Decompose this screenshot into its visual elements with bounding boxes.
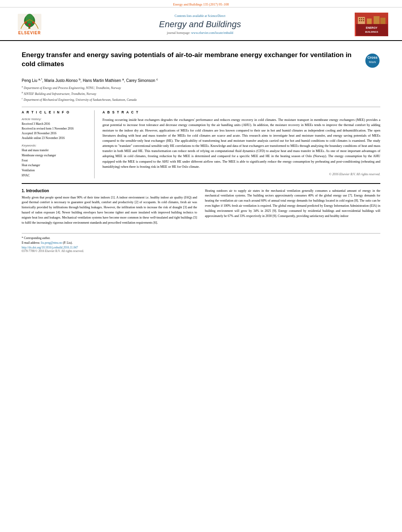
abstract-text: Frosting occurring inside heat exchanger… xyxy=(102,117,380,169)
svg-rect-11 xyxy=(361,18,362,19)
abstract-heading: A B S T R A C T xyxy=(102,110,380,114)
svg-text:ENERGY: ENERGY xyxy=(366,26,378,29)
email-line: E-mail address: liu.peng@ntnu.no (P. Liu… xyxy=(22,241,380,245)
svg-text:Mark: Mark xyxy=(369,60,376,64)
journal-title: Energy and Buildings xyxy=(47,19,353,30)
authors-line: Peng Liu a,*, Maria Justo Alonso b, Hans… xyxy=(22,78,380,83)
homepage-link[interactable]: www.elsevier.com/locate/enbuild xyxy=(191,31,233,35)
affiliation-a: a Department of Energy and Process Engin… xyxy=(22,85,380,91)
keyword-3: Frost xyxy=(22,158,88,163)
section-number: 1. xyxy=(22,189,25,193)
email-suffix: (P. Liu). xyxy=(62,241,73,245)
elsevier-logo: ELSEVIER xyxy=(12,14,47,35)
svg-rect-12 xyxy=(363,18,364,19)
svg-rect-13 xyxy=(359,20,360,21)
journal-top-bar: Energy and Buildings 135 (2017) 95–108 xyxy=(0,0,402,7)
body-section: 1. Introduction Mostly given that people… xyxy=(22,189,380,226)
history-label: Article history: xyxy=(22,117,88,121)
affiliation-b: b SINTEF Building and Infrastructure, Tr… xyxy=(22,91,380,96)
section-1-heading: 1. Introduction xyxy=(22,189,197,193)
article-title-section: Energy transfer and energy saving potent… xyxy=(22,51,380,74)
body-left-text: Mostly given that people spend more than… xyxy=(22,195,197,226)
article-info-heading: A R T I C L E I N F O xyxy=(22,110,88,114)
journal-homepage: journal homepage: www.elsevier.com/locat… xyxy=(47,31,353,35)
sciencedirect-link[interactable]: ScienceDirect xyxy=(208,14,225,18)
keyword-2: Membrane energy exchanger xyxy=(22,153,88,158)
received: Received 3 March 2016 xyxy=(22,122,88,126)
online: Available online 23 November 2016 xyxy=(22,136,88,141)
keyword-6: HVAC xyxy=(22,173,88,178)
svg-rect-15 xyxy=(363,20,364,21)
svg-rect-18 xyxy=(380,18,385,24)
journal-header: ELSEVIER Contents lists available at Sci… xyxy=(0,7,402,41)
journal-logo-right: ENERGY BUILDINGS xyxy=(353,11,390,37)
corresponding-symbol: * Corresponding author. xyxy=(22,236,50,240)
article-title: Energy transfer and energy saving potent… xyxy=(22,51,359,69)
eb-logo-svg: ENERGY BUILDINGS xyxy=(356,13,387,36)
svg-text:BUILDINGS: BUILDINGS xyxy=(365,31,378,33)
abstract-col: A B S T R A C T Frosting occurring insid… xyxy=(102,110,380,178)
section-title: Introduction xyxy=(26,189,49,193)
main-content: Energy transfer and energy saving potent… xyxy=(0,41,402,261)
accepted: Accepted 18 November 2016 xyxy=(22,131,88,136)
svg-rect-17 xyxy=(374,16,380,24)
svg-point-6 xyxy=(28,24,31,26)
keyword-4: Heat exchanger xyxy=(22,163,88,168)
revised: Received in revised form 1 November 2016 xyxy=(22,126,88,131)
elsevier-brand-text: ELSEVIER xyxy=(18,31,41,35)
received-date: Received 3 March 2016 Received in revise… xyxy=(22,122,88,141)
body-right-text: Heating outdoors air to supply air state… xyxy=(205,189,380,219)
keywords-label: Keywords: xyxy=(22,144,88,147)
svg-point-3 xyxy=(26,14,34,23)
article-info-abstract-section: A R T I C L E I N F O Article history: R… xyxy=(22,110,380,178)
keyword-1: Heat and mass transfer xyxy=(22,148,88,153)
eb-logo: ENERGY BUILDINGS xyxy=(355,13,388,36)
svg-rect-14 xyxy=(361,20,362,21)
article-history-group: Article history: Received 3 March 2016 R… xyxy=(22,117,88,141)
email-label: E-mail address: xyxy=(22,241,41,245)
svg-text:Cross: Cross xyxy=(367,56,378,59)
elsevier-tree-icon xyxy=(18,14,41,30)
page-container: Energy and Buildings 135 (2017) 95–108 E… xyxy=(0,0,402,532)
article-title-text: Energy transfer and energy saving potent… xyxy=(22,51,365,74)
svg-rect-10 xyxy=(359,18,360,19)
copyright-line: © 2016 Elsevier B.V. All rights reserved… xyxy=(102,172,380,176)
body-col-right: Heating outdoors air to supply air state… xyxy=(205,189,380,226)
journal-citation: Energy and Buildings 135 (2017) 95–108 xyxy=(173,2,229,6)
contents-prefix: Contents lists available at xyxy=(175,14,208,18)
journal-name-center: Contents lists available at ScienceDirec… xyxy=(47,14,353,35)
keywords-section: Keywords: Heat and mass transfer Membran… xyxy=(22,144,88,178)
homepage-prefix: journal homepage: xyxy=(167,31,191,35)
body-separator xyxy=(22,183,380,184)
contents-line: Contents lists available at ScienceDirec… xyxy=(47,14,353,18)
doi-link[interactable]: http://dx.doi.org/10.1016/j.enbuild.2016… xyxy=(22,246,78,249)
body-col-left: 1. Introduction Mostly given that people… xyxy=(22,189,197,226)
corresponding-note: * Corresponding author. xyxy=(22,236,380,240)
crossmark-icon: Cross Mark xyxy=(365,53,380,69)
crossmark-logo[interactable]: Cross Mark xyxy=(365,53,380,69)
svg-rect-16 xyxy=(367,19,372,24)
keyword-5: Ventilation xyxy=(22,168,88,173)
email-link[interactable]: liu.peng@ntnu.no xyxy=(41,241,62,245)
affiliation-c: c Department of Mechanical Engineering, … xyxy=(22,96,380,102)
article-info-col: A R T I C L E I N F O Article history: R… xyxy=(22,110,95,178)
affiliations: a Department of Energy and Process Engin… xyxy=(22,85,380,102)
issn-text: 0378-7788/© 2016 Elsevier B.V. All right… xyxy=(22,249,380,253)
doi-text[interactable]: http://dx.doi.org/10.1016/j.enbuild.2016… xyxy=(22,246,380,249)
separator-1 xyxy=(22,107,380,107)
footer-section: * Corresponding author. E-mail address: … xyxy=(22,233,380,253)
